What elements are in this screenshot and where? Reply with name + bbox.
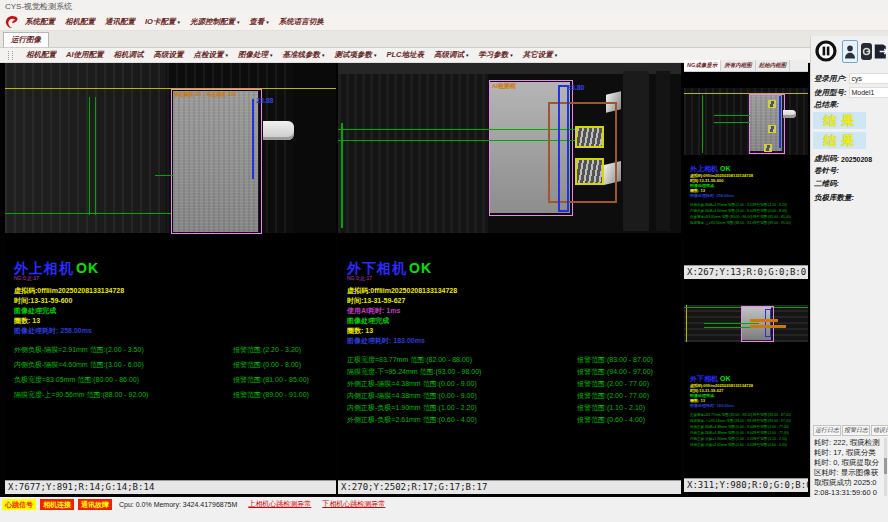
image-texture: [338, 74, 488, 233]
measurement-row: 隔膜宽度-下=95.24mm 范围:(93.00 - 98.00)报警范围:(9…: [347, 367, 678, 379]
measurement-row: 隔膜宽度-上=90.56mm 范围:(88.00 - 92.00)报警范围:(8…: [690, 220, 806, 226]
log-tab[interactable]: 运行日志: [813, 425, 841, 436]
toolbar-item[interactable]: PLC地址表: [386, 50, 425, 60]
log-tab[interactable]: 错误日志: [871, 425, 888, 436]
pixel-coordinates: X:270;Y:2502;R:17;G:17;B:17: [338, 480, 681, 494]
toolbar-item[interactable]: 高级设置: [154, 50, 185, 60]
window-title: CYS-视觉检测系统: [5, 2, 72, 11]
pixel-coordinates: X:7677;Y:891;R:14;G:14;B:14: [5, 480, 336, 494]
user-button[interactable]: [842, 40, 858, 63]
dropdown-arrow-icon: ▼: [509, 53, 513, 58]
log-tabs: 运行日志 报警日志 错误日志: [813, 425, 888, 436]
menu-item[interactable]: 光源控制配置▼: [190, 17, 240, 27]
window-titlebar[interactable]: CYS-视觉检测系统: [0, 0, 888, 13]
elapsed-line: 图像处理耗时: 258.00ms: [690, 193, 806, 198]
dropdown-arrow-icon: ▼: [554, 53, 558, 58]
menu-items: 系统配置 相机配置 通讯配置 IO卡配置▼ 光源控制配置▼ 查看▼ 系统语言切换: [25, 17, 325, 27]
tab-all-frames[interactable]: 所有内框图: [721, 60, 756, 71]
toolbar-grip[interactable]: [8, 51, 13, 60]
toolbar-item[interactable]: 图像处理▼: [238, 50, 273, 60]
pause-button[interactable]: [814, 39, 838, 63]
total-result-label: 总结果:: [814, 100, 839, 110]
camera-view-ng-top: NG成像显示 所有内框图 起始内框图 外上相机OK 虚拟码:0ffIiim202…: [684, 60, 808, 279]
needle-number-label: 卷针号:: [814, 166, 839, 176]
lower-camera-warning: 下相机心跳检测异常: [322, 499, 385, 509]
roi-frame-magenta: [171, 89, 262, 234]
ng-count: NG:0;总:17: [14, 275, 333, 282]
overlay-green-line: [155, 175, 173, 176]
measurement-row: 隔膜宽度-上=90.56mm 范围:(88.00 - 92.00)报警范围:(8…: [14, 390, 333, 405]
model-value[interactable]: Model1: [849, 87, 888, 98]
right-panel: 登录用户: cys 使用型号: Model1 总结果: 结果 结果 虚拟码: 2…: [810, 36, 888, 497]
log-scrollbar[interactable]: [884, 438, 887, 496]
camera-image-left[interactable]: 静态阈值:93，动态阈值:100 23.88: [5, 63, 336, 233]
tab-run-image[interactable]: 运行图像: [3, 32, 49, 47]
toolbar-item[interactable]: 点检设置▼: [194, 50, 229, 60]
camera-image-small-bottom[interactable]: [684, 305, 808, 342]
result-text-block: 外下相机OK NG:0;总:17 虚拟码:0ffIiim202502081331…: [347, 261, 678, 427]
measure-value-label: 23.88: [256, 97, 274, 104]
toolbar-item[interactable]: 基准线参数▼: [282, 50, 325, 60]
measurement-row: 外侧正极-隔膜=4.38mm 范围:(0.00 - 9.00)报警范围:(2.0…: [347, 379, 678, 391]
camera-result-title: 外下相机OK: [690, 375, 806, 383]
overlay-green-line: [89, 97, 90, 215]
lock-button[interactable]: [861, 43, 872, 60]
cpu-memory-text: Cpu: 0.0% Memory: 3424.41796875M: [119, 501, 237, 508]
menu-item[interactable]: 系统配置: [25, 17, 56, 27]
menu-item[interactable]: IO卡配置▼: [145, 17, 181, 27]
image-dark-column: [623, 71, 649, 231]
measurement-row: 外侧正极-负极=2.61mm 范围:(0.60 - 4.00)报警范围:(0.6…: [347, 415, 678, 427]
tab-start-frames[interactable]: 起始内框图: [756, 60, 791, 71]
menu-item[interactable]: 查看▼: [249, 17, 269, 27]
camera-result-title: 外上相机OK: [690, 165, 806, 173]
camera-image-small-top[interactable]: [684, 88, 808, 155]
camera-result-title: 外上相机OK: [14, 261, 333, 275]
pause-icon: [815, 40, 837, 62]
result-text-block: 外上相机OK NG:0;总:17 虚拟码:0ffIiim202502081331…: [14, 261, 333, 405]
measurement-row: 外侧负极-隔膜=2.91mm 范围:(2.00 - 3.50)报警范围:(2.2…: [14, 345, 333, 360]
dropdown-arrow-icon: ▼: [269, 53, 273, 58]
toolbar-item[interactable]: 高级调试▼: [434, 50, 469, 60]
dropdown-arrow-icon: ▼: [373, 53, 377, 58]
toolbar-item[interactable]: 测试项参数▼: [334, 50, 377, 60]
small-view-tabs: NG成像显示 所有内框图 起始内框图: [684, 60, 808, 72]
toolbar-item[interactable]: 相机调试: [114, 50, 145, 60]
qr-code-label: 二维码:: [814, 179, 839, 189]
ng-count: NG:0;总:17: [347, 275, 678, 282]
toolbar-item[interactable]: 学习参数▼: [478, 50, 513, 60]
camera-view-ng-bottom: 外下相机OK 虚拟码:0ffIiim20250208133134728 时间:1…: [684, 280, 808, 492]
login-user-value[interactable]: cys: [849, 73, 888, 84]
toolbar-item[interactable]: AI使用配置: [66, 50, 105, 60]
defect-box-yellow: [575, 158, 604, 185]
measure-blue-box: [765, 309, 771, 337]
log-scrollbar-thumb[interactable]: [884, 458, 887, 474]
exit-button[interactable]: [873, 40, 888, 62]
measurement-row: 内侧正极-隔膜=4.38mm 范围:(0.00 - 9.00)报警范围:(2.0…: [347, 391, 678, 403]
camera-image-middle[interactable]: 23.80 AI检测框: [338, 63, 681, 233]
tab-ng-display[interactable]: NG成像显示: [684, 60, 721, 71]
dropdown-arrow-icon: ▼: [265, 20, 269, 25]
measurement-row: 内侧负极-隔膜=4.60mm 范围:(3.00 - 6.00)报警范围:(0.0…: [14, 360, 333, 375]
menu-item[interactable]: 系统语言切换: [279, 17, 325, 27]
tab-bar: 运行图像: [0, 31, 888, 48]
toolbar-item[interactable]: 相机配置: [26, 50, 57, 60]
camera-name: 外上相机: [14, 260, 74, 276]
toolbar-item[interactable]: 其它设置▼: [523, 50, 558, 60]
camera-connection-badge: 相机连接: [40, 499, 74, 510]
result-text-block-small: 外下相机OK 虚拟码:0ffIiim20250208133134728 时间:1…: [690, 375, 806, 448]
turns-line: 圈数: 13: [14, 316, 333, 326]
result-indicator-2: 结果: [813, 132, 866, 149]
log-tab[interactable]: 报警日志: [842, 425, 870, 436]
menu-item[interactable]: 通讯配置: [105, 17, 136, 27]
barcode-line: 虚拟码:0ffIiim20250208133134728: [14, 286, 333, 296]
result-indicator-1: 结果: [813, 112, 866, 129]
camera-name: 外上相机: [690, 165, 718, 172]
login-user-row: 登录用户: cys: [814, 73, 888, 84]
menu-item[interactable]: 相机配置: [65, 17, 96, 27]
user-icon: [844, 43, 856, 60]
result-ok: OK: [409, 260, 432, 276]
stock-count-label: 负极库数量:: [814, 193, 854, 203]
pixel-coordinates: X:311;Y:980;R:0;G:0;B:0: [684, 478, 808, 492]
log-output[interactable]: 耗时: 222, 瑕疵检测耗时: 17, 瑕疵分类耗时: 0, 瑕疵提取分区耗时…: [814, 438, 882, 496]
done-line: 图像处理完成: [14, 306, 333, 316]
